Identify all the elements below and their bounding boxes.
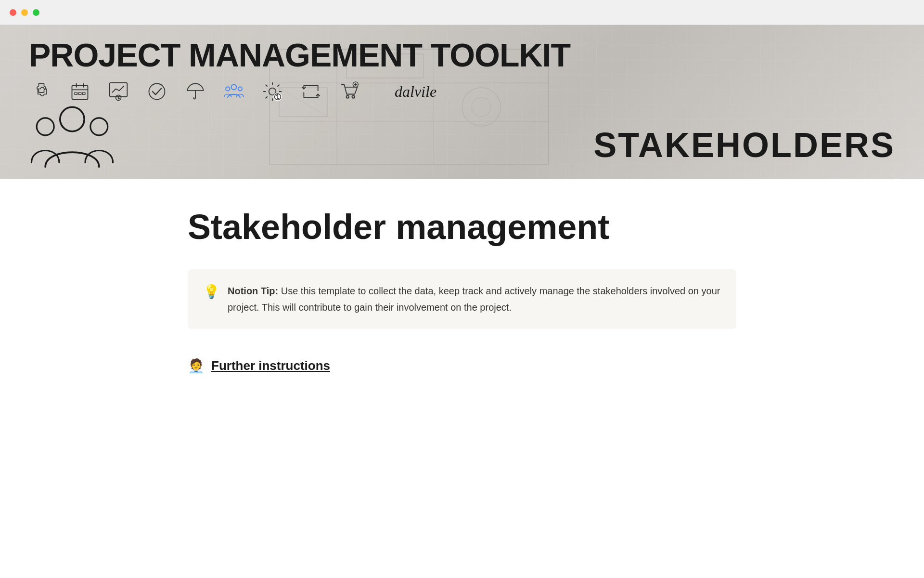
- svg-point-38: [60, 107, 84, 131]
- svg-rect-15: [78, 92, 81, 95]
- further-instructions-icon: 🧑‍💼: [188, 358, 205, 374]
- svg-point-25: [226, 87, 230, 91]
- svg-rect-16: [83, 92, 86, 95]
- svg-rect-14: [75, 92, 77, 95]
- hero-stakeholder-icon: [29, 95, 116, 179]
- further-instructions-label: Further instructions: [211, 358, 330, 373]
- svg-point-24: [231, 84, 237, 90]
- cart-nav-icon[interactable]: [337, 79, 362, 104]
- svg-point-39: [37, 118, 54, 135]
- svg-point-22: [149, 84, 165, 100]
- notion-callout: 💡 Notion Tip: Use this template to colle…: [188, 269, 736, 329]
- maximize-button[interactable]: [33, 9, 39, 16]
- callout-text: Notion Tip: Use this template to collect…: [228, 283, 721, 315]
- callout-body: Use this template to collect the data, k…: [228, 286, 720, 313]
- header-content: PROJECT MANAGEMENT TOOLKIT: [0, 25, 924, 114]
- close-button[interactable]: [10, 9, 16, 16]
- page-wrapper: PROJECT MANAGEMENT TOOLKIT: [0, 25, 924, 412]
- page-main-title: PROJECT MANAGEMENT TOOLKIT: [29, 39, 895, 71]
- stakeholders-watermark: STAKEHOLDERS: [593, 125, 895, 165]
- callout-icon: 💡: [203, 284, 220, 300]
- check-circle-nav-icon[interactable]: [144, 79, 169, 104]
- svg-point-40: [90, 118, 108, 135]
- header-nav: dalvile: [29, 79, 895, 104]
- callout-label: Notion Tip:: [228, 286, 278, 296]
- svg-point-34: [352, 95, 355, 98]
- page-title: Stakeholder management: [188, 208, 736, 246]
- repeat-nav-icon[interactable]: [298, 79, 323, 104]
- svg-point-26: [238, 87, 242, 91]
- group-nav-icon[interactable]: [221, 79, 246, 104]
- umbrella-nav-icon[interactable]: [183, 79, 208, 104]
- content-area: Stakeholder management 💡 Notion Tip: Use…: [149, 179, 775, 412]
- header-banner: PROJECT MANAGEMENT TOOLKIT: [0, 25, 924, 179]
- window-chrome: [0, 0, 924, 25]
- brand-signature: dalvile: [395, 83, 436, 101]
- settings-dollar-nav-icon[interactable]: [260, 79, 285, 104]
- minimize-button[interactable]: [21, 9, 28, 16]
- further-instructions-link[interactable]: 🧑‍💼 Further instructions: [188, 358, 736, 374]
- svg-point-33: [346, 95, 349, 98]
